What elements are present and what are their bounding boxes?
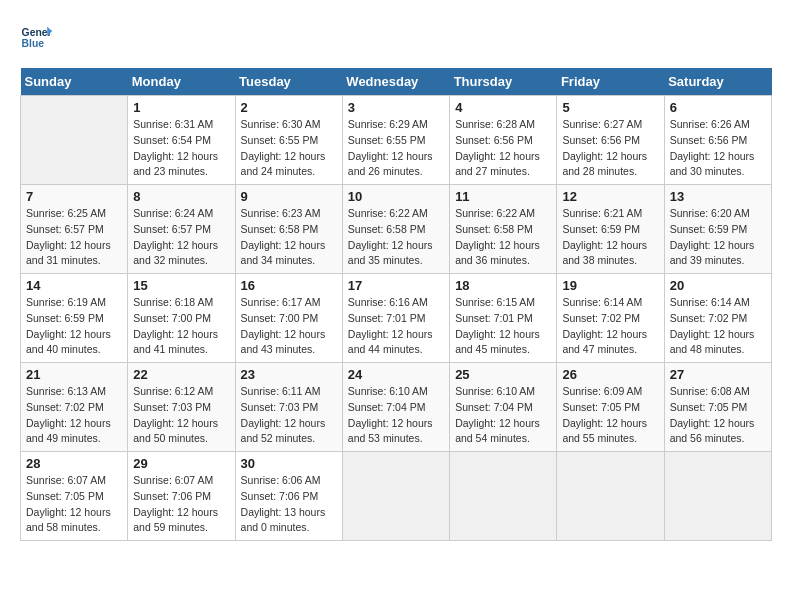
weekday-header-tuesday: Tuesday [235, 68, 342, 96]
calendar-week-1: 1 Sunrise: 6:31 AM Sunset: 6:54 PM Dayli… [21, 96, 772, 185]
day-info: Sunrise: 6:14 AM Sunset: 7:02 PM Dayligh… [562, 295, 658, 358]
day-number: 29 [133, 456, 229, 471]
day-info: Sunrise: 6:07 AM Sunset: 7:06 PM Dayligh… [133, 473, 229, 536]
calendar-cell: 25 Sunrise: 6:10 AM Sunset: 7:04 PM Dayl… [450, 363, 557, 452]
weekday-header-wednesday: Wednesday [342, 68, 449, 96]
day-number: 5 [562, 100, 658, 115]
calendar-cell [21, 96, 128, 185]
page-header: General Blue [20, 20, 772, 52]
calendar-cell: 5 Sunrise: 6:27 AM Sunset: 6:56 PM Dayli… [557, 96, 664, 185]
calendar-cell: 20 Sunrise: 6:14 AM Sunset: 7:02 PM Dayl… [664, 274, 771, 363]
day-number: 21 [26, 367, 122, 382]
day-info: Sunrise: 6:19 AM Sunset: 6:59 PM Dayligh… [26, 295, 122, 358]
day-number: 24 [348, 367, 444, 382]
calendar-table: SundayMondayTuesdayWednesdayThursdayFrid… [20, 68, 772, 541]
weekday-header-row: SundayMondayTuesdayWednesdayThursdayFrid… [21, 68, 772, 96]
weekday-header-saturday: Saturday [664, 68, 771, 96]
day-number: 9 [241, 189, 337, 204]
day-number: 4 [455, 100, 551, 115]
day-number: 27 [670, 367, 766, 382]
day-number: 15 [133, 278, 229, 293]
day-info: Sunrise: 6:20 AM Sunset: 6:59 PM Dayligh… [670, 206, 766, 269]
calendar-cell: 8 Sunrise: 6:24 AM Sunset: 6:57 PM Dayli… [128, 185, 235, 274]
day-info: Sunrise: 6:12 AM Sunset: 7:03 PM Dayligh… [133, 384, 229, 447]
day-info: Sunrise: 6:31 AM Sunset: 6:54 PM Dayligh… [133, 117, 229, 180]
day-info: Sunrise: 6:13 AM Sunset: 7:02 PM Dayligh… [26, 384, 122, 447]
day-info: Sunrise: 6:22 AM Sunset: 6:58 PM Dayligh… [348, 206, 444, 269]
calendar-cell: 24 Sunrise: 6:10 AM Sunset: 7:04 PM Dayl… [342, 363, 449, 452]
day-number: 10 [348, 189, 444, 204]
day-number: 17 [348, 278, 444, 293]
day-number: 20 [670, 278, 766, 293]
day-info: Sunrise: 6:29 AM Sunset: 6:55 PM Dayligh… [348, 117, 444, 180]
calendar-cell: 7 Sunrise: 6:25 AM Sunset: 6:57 PM Dayli… [21, 185, 128, 274]
day-info: Sunrise: 6:06 AM Sunset: 7:06 PM Dayligh… [241, 473, 337, 536]
day-number: 2 [241, 100, 337, 115]
day-info: Sunrise: 6:10 AM Sunset: 7:04 PM Dayligh… [348, 384, 444, 447]
calendar-week-5: 28 Sunrise: 6:07 AM Sunset: 7:05 PM Dayl… [21, 452, 772, 541]
day-info: Sunrise: 6:15 AM Sunset: 7:01 PM Dayligh… [455, 295, 551, 358]
calendar-cell: 22 Sunrise: 6:12 AM Sunset: 7:03 PM Dayl… [128, 363, 235, 452]
calendar-cell: 28 Sunrise: 6:07 AM Sunset: 7:05 PM Dayl… [21, 452, 128, 541]
calendar-cell: 4 Sunrise: 6:28 AM Sunset: 6:56 PM Dayli… [450, 96, 557, 185]
day-number: 28 [26, 456, 122, 471]
day-number: 7 [26, 189, 122, 204]
calendar-cell [342, 452, 449, 541]
day-info: Sunrise: 6:23 AM Sunset: 6:58 PM Dayligh… [241, 206, 337, 269]
calendar-cell [450, 452, 557, 541]
day-number: 30 [241, 456, 337, 471]
weekday-header-friday: Friday [557, 68, 664, 96]
calendar-cell: 10 Sunrise: 6:22 AM Sunset: 6:58 PM Dayl… [342, 185, 449, 274]
day-number: 18 [455, 278, 551, 293]
calendar-week-3: 14 Sunrise: 6:19 AM Sunset: 6:59 PM Dayl… [21, 274, 772, 363]
calendar-cell: 14 Sunrise: 6:19 AM Sunset: 6:59 PM Dayl… [21, 274, 128, 363]
day-number: 8 [133, 189, 229, 204]
calendar-cell: 13 Sunrise: 6:20 AM Sunset: 6:59 PM Dayl… [664, 185, 771, 274]
calendar-week-4: 21 Sunrise: 6:13 AM Sunset: 7:02 PM Dayl… [21, 363, 772, 452]
calendar-cell: 15 Sunrise: 6:18 AM Sunset: 7:00 PM Dayl… [128, 274, 235, 363]
calendar-week-2: 7 Sunrise: 6:25 AM Sunset: 6:57 PM Dayli… [21, 185, 772, 274]
weekday-header-monday: Monday [128, 68, 235, 96]
calendar-cell: 2 Sunrise: 6:30 AM Sunset: 6:55 PM Dayli… [235, 96, 342, 185]
day-number: 12 [562, 189, 658, 204]
calendar-cell: 23 Sunrise: 6:11 AM Sunset: 7:03 PM Dayl… [235, 363, 342, 452]
calendar-cell: 6 Sunrise: 6:26 AM Sunset: 6:56 PM Dayli… [664, 96, 771, 185]
day-number: 19 [562, 278, 658, 293]
day-number: 14 [26, 278, 122, 293]
logo: General Blue [20, 20, 56, 52]
day-number: 11 [455, 189, 551, 204]
day-number: 22 [133, 367, 229, 382]
day-number: 13 [670, 189, 766, 204]
day-number: 1 [133, 100, 229, 115]
day-info: Sunrise: 6:30 AM Sunset: 6:55 PM Dayligh… [241, 117, 337, 180]
calendar-cell: 17 Sunrise: 6:16 AM Sunset: 7:01 PM Dayl… [342, 274, 449, 363]
day-info: Sunrise: 6:14 AM Sunset: 7:02 PM Dayligh… [670, 295, 766, 358]
calendar-cell [664, 452, 771, 541]
day-number: 3 [348, 100, 444, 115]
calendar-cell: 21 Sunrise: 6:13 AM Sunset: 7:02 PM Dayl… [21, 363, 128, 452]
logo-icon: General Blue [20, 20, 52, 52]
day-number: 16 [241, 278, 337, 293]
day-info: Sunrise: 6:25 AM Sunset: 6:57 PM Dayligh… [26, 206, 122, 269]
calendar-cell: 12 Sunrise: 6:21 AM Sunset: 6:59 PM Dayl… [557, 185, 664, 274]
calendar-cell: 18 Sunrise: 6:15 AM Sunset: 7:01 PM Dayl… [450, 274, 557, 363]
calendar-cell: 11 Sunrise: 6:22 AM Sunset: 6:58 PM Dayl… [450, 185, 557, 274]
day-info: Sunrise: 6:21 AM Sunset: 6:59 PM Dayligh… [562, 206, 658, 269]
day-info: Sunrise: 6:07 AM Sunset: 7:05 PM Dayligh… [26, 473, 122, 536]
calendar-cell [557, 452, 664, 541]
calendar-cell: 1 Sunrise: 6:31 AM Sunset: 6:54 PM Dayli… [128, 96, 235, 185]
calendar-cell: 19 Sunrise: 6:14 AM Sunset: 7:02 PM Dayl… [557, 274, 664, 363]
weekday-header-thursday: Thursday [450, 68, 557, 96]
day-info: Sunrise: 6:08 AM Sunset: 7:05 PM Dayligh… [670, 384, 766, 447]
calendar-cell: 9 Sunrise: 6:23 AM Sunset: 6:58 PM Dayli… [235, 185, 342, 274]
day-info: Sunrise: 6:16 AM Sunset: 7:01 PM Dayligh… [348, 295, 444, 358]
day-info: Sunrise: 6:17 AM Sunset: 7:00 PM Dayligh… [241, 295, 337, 358]
day-number: 25 [455, 367, 551, 382]
calendar-cell: 27 Sunrise: 6:08 AM Sunset: 7:05 PM Dayl… [664, 363, 771, 452]
calendar-cell: 26 Sunrise: 6:09 AM Sunset: 7:05 PM Dayl… [557, 363, 664, 452]
day-info: Sunrise: 6:22 AM Sunset: 6:58 PM Dayligh… [455, 206, 551, 269]
day-info: Sunrise: 6:27 AM Sunset: 6:56 PM Dayligh… [562, 117, 658, 180]
calendar-cell: 30 Sunrise: 6:06 AM Sunset: 7:06 PM Dayl… [235, 452, 342, 541]
calendar-cell: 16 Sunrise: 6:17 AM Sunset: 7:00 PM Dayl… [235, 274, 342, 363]
day-number: 6 [670, 100, 766, 115]
